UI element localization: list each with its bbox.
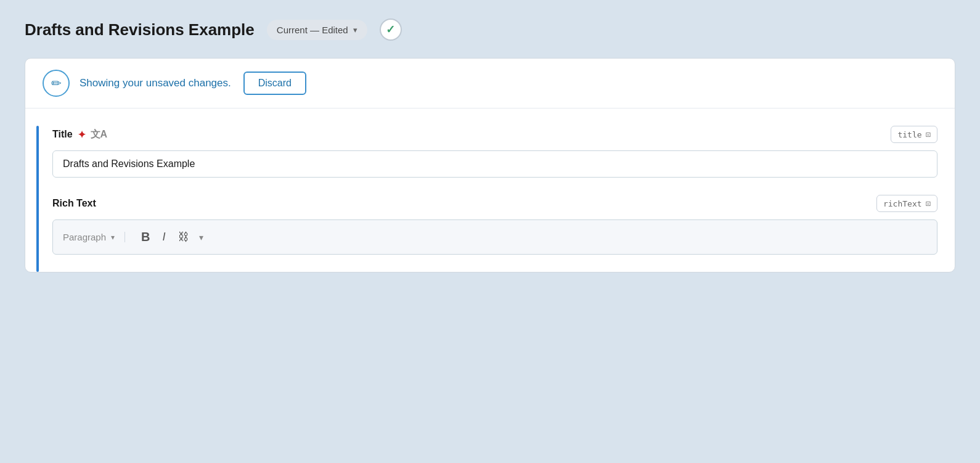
unsaved-changes-banner: ✏ Showing your unsaved changes. Discard [25, 59, 955, 109]
status-badge[interactable]: Current — Edited ▾ [267, 20, 367, 40]
link-button[interactable]: ⛓ [172, 228, 195, 246]
rich-text-type-label: richText [883, 199, 922, 208]
status-chevron-icon: ▾ [353, 25, 357, 35]
title-copy-icon[interactable]: ⊡ [926, 129, 931, 139]
paragraph-chevron-icon: ▾ [111, 233, 115, 242]
check-icon: ✓ [386, 23, 395, 36]
required-indicator: ✦ [78, 129, 86, 141]
title-label: Title ✦ 文A [52, 128, 107, 141]
active-indicator-bar [36, 126, 39, 272]
page-title: Drafts and Revisions Example [25, 20, 255, 39]
title-type-label: title [897, 130, 921, 139]
status-label: Current — Edited [277, 25, 348, 35]
rich-text-field-header: Rich Text richText ⊡ [52, 195, 937, 212]
title-field-group: Title ✦ 文A title ⊡ [52, 126, 937, 178]
title-input[interactable] [52, 150, 937, 178]
pencil-circle: ✏ [43, 70, 70, 97]
rich-text-type-badge: richText ⊡ [876, 195, 937, 212]
main-card: ✏ Showing your unsaved changes. Discard … [25, 58, 955, 272]
rich-text-label-text: Rich Text [52, 198, 96, 209]
title-label-text: Title [52, 129, 73, 140]
discard-button[interactable]: Discard [243, 72, 306, 95]
unsaved-message: Showing your unsaved changes. [80, 77, 231, 89]
paragraph-label: Paragraph [63, 232, 106, 242]
paragraph-select[interactable]: Paragraph ▾ [63, 232, 125, 242]
fields-content: Title ✦ 文A title ⊡ Rich Text [52, 126, 937, 272]
italic-button[interactable]: I [157, 228, 172, 246]
toolbar-more-button[interactable]: ▾ [195, 230, 207, 245]
title-field-header: Title ✦ 文A title ⊡ [52, 126, 937, 143]
rich-text-field-group: Rich Text richText ⊡ Paragraph ▾ B I [52, 195, 937, 255]
save-status-indicator: ✓ [380, 18, 402, 41]
rich-text-toolbar: Paragraph ▾ B I ⛓ ▾ [52, 219, 937, 255]
rich-text-label: Rich Text [52, 198, 96, 209]
page-header: Drafts and Revisions Example Current — E… [25, 18, 955, 41]
pencil-icon: ✏ [51, 76, 62, 91]
bold-button[interactable]: B [135, 227, 156, 247]
title-type-badge: title ⊡ [891, 126, 937, 143]
fields-section: Title ✦ 文A title ⊡ Rich Text [25, 109, 955, 272]
translate-icon: 文A [91, 128, 108, 141]
rich-text-copy-icon[interactable]: ⊡ [926, 199, 931, 208]
